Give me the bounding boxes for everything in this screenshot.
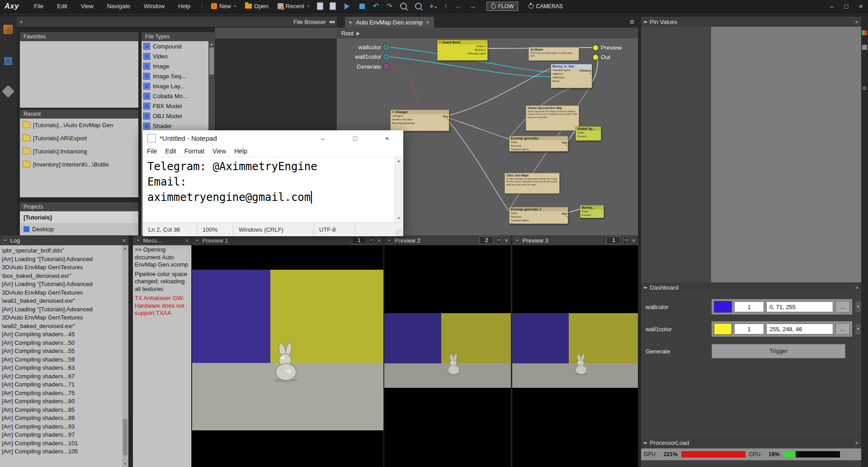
pin-values-name-column[interactable] [641,27,711,282]
node-changer[interactable]: Changer ChangedIteration NumberRunning G… [390,110,449,131]
file-type-item[interactable]: Shader [142,121,208,131]
file-types-header[interactable]: File Types [142,32,215,41]
rgb-field[interactable]: 0, 71, 255 [766,301,833,312]
recent-item[interactable]: [Tutorials]...\Auto EnvMap Gen [20,119,138,132]
expand-icon[interactable]: ▸▸ [644,285,647,290]
file-type-item[interactable]: OBJ Model [142,111,208,121]
layout-grid-icon[interactable] [4,57,13,66]
zoom-out-icon[interactable] [415,3,422,10]
close-icon[interactable]: × [632,237,635,244]
compound-library-icon[interactable] [4,25,13,34]
tab-close-icon[interactable]: × [426,19,429,26]
file-type-checkbox-icon[interactable] [143,113,150,119]
file-type-checkbox-icon[interactable] [143,83,150,90]
output-pin-preview[interactable]: Preview [593,44,622,51]
forward-arrow-icon[interactable]: → [466,3,480,10]
node-envmap-generator-2[interactable]: Envmap generator 2 IndexRunningTransform… [509,207,568,224]
menu-item[interactable]: Edit [50,3,74,10]
file-type-checkbox-icon[interactable] [143,63,150,70]
node-guard-band[interactable]: Guard Band ChildrenBinding 1Affecting Li… [437,40,488,61]
close-button[interactable]: × [371,130,403,146]
pin-icon[interactable] [2,85,14,98]
scroll-up-icon[interactable]: ▲ [208,42,215,46]
input-pin-wall1color[interactable]: wall1color [337,53,389,60]
row-dropdown-icon[interactable]: ▾ [855,323,861,335]
file-type-checkbox-icon[interactable] [143,103,150,110]
file-type-item[interactable]: Compound [142,41,208,51]
panel-menu-icon[interactable]: ▾ [3,238,8,243]
projects-list[interactable]: [Tutorials] Desktop [20,211,138,235]
play-icon[interactable] [344,3,349,10]
notepad-text-area[interactable]: Telegram: @AximmetryEngineEmail:aximmetr… [143,157,394,222]
pin-ring-icon[interactable] [593,45,599,51]
close-icon[interactable]: × [185,237,189,244]
pin-values-value-column[interactable] [711,27,861,282]
rgb-field[interactable]: 255, 248, 46 [766,324,833,334]
scrollbar-thumb[interactable] [123,419,127,455]
file-type-item[interactable]: FBX Model [142,101,208,111]
node-out-pin[interactable] [566,143,568,146]
collapse-left-icon[interactable]: ◀◀ [329,19,334,24]
node-out-pin[interactable] [566,214,568,217]
messages-content[interactable]: >> Opening document Auto EnvMap Gen.xcom… [133,245,191,467]
maximize-button[interactable]: □ [839,3,854,10]
menu-item[interactable]: Edit [161,148,180,155]
project-item-desktop[interactable]: Desktop [20,223,138,235]
chevron-down-icon[interactable]: ▾ [369,236,373,244]
file-type-item[interactable]: Video [142,51,208,61]
close-icon[interactable]: × [377,237,381,244]
breadcrumb-root[interactable]: Root [341,30,354,37]
recent-list[interactable]: [Tutorials]...\Auto EnvMap Gen [Tutorial… [20,119,138,197]
snap-cursor-icon[interactable]: +▾ [426,2,440,10]
close-icon[interactable]: × [505,237,508,244]
node-out-pin[interactable] [447,116,449,120]
menu-item[interactable]: View [74,3,100,10]
recent-button[interactable]: Recent ▾ [273,3,314,10]
node-bunny-video[interactable]: Bunny... VideoContext [580,205,604,218]
maximize-button[interactable]: □ [339,130,371,146]
chevron-down-icon[interactable]: ▾ [623,236,628,244]
pin-ring-icon[interactable] [383,64,389,70]
file-type-item[interactable]: Collada Mo... [142,91,208,101]
scroll-up-icon[interactable]: ▲ [122,246,128,250]
file-type-checkbox-icon[interactable] [143,123,150,129]
graph-menu-icon[interactable]: ≡ [626,18,638,27]
favorites-header[interactable]: Favorites [20,32,138,41]
expand-icon[interactable]: ▸▸ [644,19,647,24]
expand-icon[interactable]: ▸▸ [644,440,647,445]
resize-grip[interactable] [396,229,403,236]
close-icon[interactable]: × [122,237,126,244]
recent-header[interactable]: Recent [20,110,138,119]
favorites-list[interactable] [20,41,138,108]
project-item-tutorials[interactable]: [Tutorials] [20,211,138,223]
color-swatch[interactable] [714,323,732,335]
save-icon[interactable] [317,2,323,10]
trigger-button[interactable]: Trigger [712,344,845,358]
node-out-pin[interactable] [590,71,592,74]
file-type-checkbox-icon[interactable] [143,53,150,60]
panel-menu-icon[interactable]: ▾ [195,238,200,243]
pin-ring-icon[interactable] [383,54,389,60]
color-swatch[interactable] [714,301,732,313]
comment-other-env-maps[interactable]: Other Env Maps In this example we genera… [505,173,560,194]
pin-ring-icon[interactable] [593,54,599,60]
file-type-item[interactable]: Image [142,61,208,71]
comment-2d-model[interactable]: 2d Model That's the formula made in a 3r… [528,47,579,61]
recent-item[interactable]: [Inventory]:Interior\Ki...\Bottle [20,158,138,171]
input-pin-generate[interactable]: Generate [337,63,389,70]
channel-select[interactable]: 1 [606,236,621,244]
status-grid-icon[interactable] [862,30,867,35]
recent-item[interactable]: [Tutorials]:Instancing [20,145,138,158]
tab-auto-envmap-gen[interactable]: ▶ Auto EnvMap Gen.xcomp × [345,17,434,28]
minimize-button[interactable]: – [825,3,839,10]
redo-icon[interactable]: ↷ [382,3,396,10]
notepad-scrollbar[interactable]: ▲ ▼ [394,157,403,222]
input-pin-wallcolor[interactable]: wallcolor [337,43,389,51]
zoom-in-icon[interactable] [400,3,407,10]
menu-item[interactable]: Navigate [100,3,137,10]
node-bunny-in-box[interactable]: Bunny_in_box Transformationwallcolorwall… [551,64,592,88]
channel-select[interactable]: 1 [352,236,366,244]
file-type-checkbox-icon[interactable] [143,73,150,80]
log-scrollbar[interactable]: ▲ ▼ [122,245,128,467]
alpha-field[interactable]: 1 [734,324,764,334]
